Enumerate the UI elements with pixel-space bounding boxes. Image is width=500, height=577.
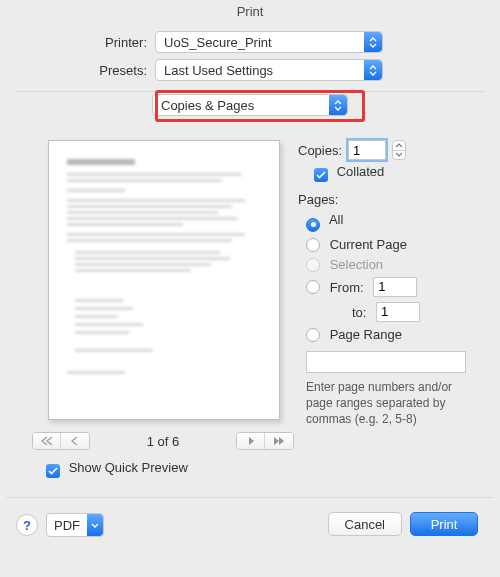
question-icon: ? bbox=[23, 518, 31, 533]
printer-label: Printer: bbox=[0, 35, 155, 50]
range-input[interactable] bbox=[306, 351, 466, 373]
printer-value: UoS_Secure_Print bbox=[164, 35, 272, 50]
copies-input[interactable] bbox=[348, 140, 386, 160]
page-preview bbox=[48, 140, 280, 420]
section-value: Copies & Pages bbox=[161, 98, 254, 113]
copies-label: Copies: bbox=[298, 143, 342, 158]
pages-all-label: All bbox=[329, 212, 343, 227]
range-label: Page Range bbox=[330, 327, 402, 342]
collated-label: Collated bbox=[337, 164, 385, 179]
divider bbox=[16, 91, 484, 92]
quick-preview-label: Show Quick Preview bbox=[69, 460, 188, 475]
pdf-label: PDF bbox=[54, 518, 80, 533]
prev-page-button[interactable] bbox=[61, 433, 89, 449]
pages-current-radio[interactable] bbox=[306, 238, 320, 252]
collated-checkbox[interactable] bbox=[314, 168, 328, 182]
cancel-button[interactable]: Cancel bbox=[328, 512, 402, 536]
pages-selection-label: Selection bbox=[330, 257, 383, 272]
chevron-updown-icon bbox=[364, 32, 382, 52]
chevron-down-icon bbox=[87, 514, 103, 536]
presets-label: Presets: bbox=[0, 63, 155, 78]
from-label: From: bbox=[330, 279, 364, 294]
to-input[interactable] bbox=[376, 302, 420, 322]
pages-all-radio[interactable] bbox=[306, 218, 320, 232]
presets-value: Last Used Settings bbox=[164, 63, 273, 78]
divider bbox=[6, 497, 494, 498]
print-button[interactable]: Print bbox=[410, 512, 478, 536]
range-hint: Enter page numbers and/or page ranges se… bbox=[306, 379, 481, 428]
pages-from-radio[interactable] bbox=[306, 280, 320, 294]
next-page-button[interactable] bbox=[237, 433, 265, 449]
from-input[interactable] bbox=[373, 277, 417, 297]
pages-current-label: Current Page bbox=[330, 237, 407, 252]
pages-heading: Pages: bbox=[298, 192, 488, 207]
section-select[interactable]: Copies & Pages bbox=[152, 94, 348, 116]
pdf-select[interactable]: PDF bbox=[46, 513, 104, 537]
pages-selection-radio bbox=[306, 258, 320, 272]
copies-stepper[interactable] bbox=[392, 140, 406, 160]
chevron-down-icon bbox=[393, 151, 405, 160]
help-button[interactable]: ? bbox=[16, 514, 38, 536]
chevron-updown-icon bbox=[364, 60, 382, 80]
chevron-updown-icon bbox=[329, 95, 347, 115]
to-label: to: bbox=[352, 304, 366, 319]
quick-preview-checkbox[interactable] bbox=[46, 464, 60, 478]
pages-range-radio[interactable] bbox=[306, 328, 320, 342]
last-page-button[interactable] bbox=[265, 433, 293, 449]
dialog-title: Print bbox=[0, 0, 500, 25]
quick-preview-row: Show Quick Preview bbox=[46, 460, 188, 478]
presets-select[interactable]: Last Used Settings bbox=[155, 59, 383, 81]
chevron-up-icon bbox=[393, 141, 405, 151]
first-page-button[interactable] bbox=[33, 433, 61, 449]
page-counter: 1 of 6 bbox=[147, 434, 180, 449]
printer-select[interactable]: UoS_Secure_Print bbox=[155, 31, 383, 53]
